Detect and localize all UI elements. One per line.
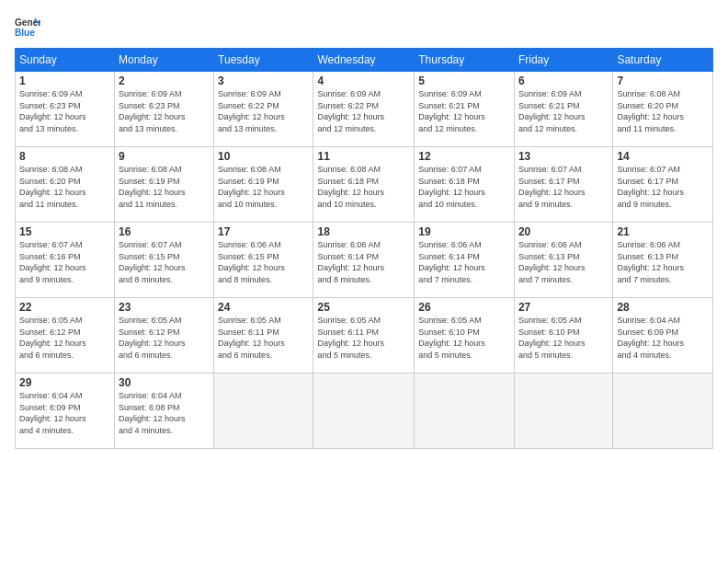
day-cell: 5Sunrise: 6:09 AM Sunset: 6:21 PM Daylig…	[415, 72, 515, 147]
day-info: Sunrise: 6:09 AM Sunset: 6:21 PM Dayligh…	[418, 88, 510, 134]
day-cell: 4Sunrise: 6:09 AM Sunset: 6:22 PM Daylig…	[313, 72, 415, 147]
day-info: Sunrise: 6:07 AM Sunset: 6:17 PM Dayligh…	[617, 164, 709, 210]
day-info: Sunrise: 6:09 AM Sunset: 6:22 PM Dayligh…	[218, 88, 309, 134]
day-cell: 3Sunrise: 6:09 AM Sunset: 6:22 PM Daylig…	[214, 72, 313, 147]
day-info: Sunrise: 6:08 AM Sunset: 6:20 PM Dayligh…	[19, 164, 110, 210]
day-number: 2	[119, 75, 210, 87]
day-number: 11	[317, 150, 410, 163]
day-cell: 6Sunrise: 6:09 AM Sunset: 6:21 PM Daylig…	[514, 72, 613, 147]
day-cell: 16Sunrise: 6:07 AM Sunset: 6:15 PM Dayli…	[114, 223, 213, 298]
day-cell: 23Sunrise: 6:05 AM Sunset: 6:12 PM Dayli…	[114, 298, 213, 373]
day-number: 19	[418, 225, 510, 238]
weekday-thursday: Thursday	[415, 49, 515, 72]
day-number: 7	[617, 75, 709, 87]
day-cell: 9Sunrise: 6:08 AM Sunset: 6:19 PM Daylig…	[114, 147, 213, 223]
day-cell: 29Sunrise: 6:04 AM Sunset: 6:09 PM Dayli…	[16, 373, 115, 449]
day-info: Sunrise: 6:05 AM Sunset: 6:10 PM Dayligh…	[418, 315, 510, 361]
day-number: 10	[218, 150, 309, 163]
weekday-friday: Friday	[514, 49, 613, 72]
day-info: Sunrise: 6:07 AM Sunset: 6:18 PM Dayligh…	[418, 164, 510, 210]
day-info: Sunrise: 6:07 AM Sunset: 6:15 PM Dayligh…	[119, 239, 210, 285]
calendar-page: General Blue SundayMondayTuesdayWednesda…	[0, 0, 728, 563]
day-info: Sunrise: 6:06 AM Sunset: 6:14 PM Dayligh…	[317, 239, 410, 285]
day-cell: 19Sunrise: 6:06 AM Sunset: 6:14 PM Dayli…	[415, 223, 515, 298]
day-number: 13	[518, 150, 609, 163]
day-info: Sunrise: 6:07 AM Sunset: 6:17 PM Dayligh…	[518, 164, 609, 210]
day-info: Sunrise: 6:05 AM Sunset: 6:10 PM Dayligh…	[518, 315, 609, 361]
day-number: 4	[317, 75, 410, 87]
day-cell: 20Sunrise: 6:06 AM Sunset: 6:13 PM Dayli…	[514, 223, 613, 298]
week-row-5: 29Sunrise: 6:04 AM Sunset: 6:09 PM Dayli…	[16, 373, 713, 449]
day-cell: 24Sunrise: 6:05 AM Sunset: 6:11 PM Dayli…	[214, 298, 313, 373]
weekday-header-row: SundayMondayTuesdayWednesdayThursdayFrid…	[16, 49, 713, 72]
day-number: 17	[218, 225, 309, 238]
week-row-4: 22Sunrise: 6:05 AM Sunset: 6:12 PM Dayli…	[16, 298, 713, 373]
day-number: 12	[418, 150, 510, 163]
day-number: 26	[418, 301, 510, 314]
day-cell: 8Sunrise: 6:08 AM Sunset: 6:20 PM Daylig…	[16, 147, 115, 223]
day-number: 30	[119, 376, 210, 389]
day-info: Sunrise: 6:08 AM Sunset: 6:19 PM Dayligh…	[218, 164, 309, 210]
day-number: 15	[19, 225, 110, 238]
day-cell	[514, 373, 613, 449]
day-cell: 11Sunrise: 6:08 AM Sunset: 6:18 PM Dayli…	[313, 147, 415, 223]
weekday-monday: Monday	[114, 49, 213, 72]
day-cell: 30Sunrise: 6:04 AM Sunset: 6:08 PM Dayli…	[114, 373, 213, 449]
day-info: Sunrise: 6:09 AM Sunset: 6:21 PM Dayligh…	[518, 88, 609, 134]
day-cell: 2Sunrise: 6:09 AM Sunset: 6:23 PM Daylig…	[114, 72, 213, 147]
day-number: 23	[119, 301, 210, 314]
day-cell: 18Sunrise: 6:06 AM Sunset: 6:14 PM Dayli…	[313, 223, 415, 298]
week-row-3: 15Sunrise: 6:07 AM Sunset: 6:16 PM Dayli…	[16, 223, 713, 298]
day-cell: 17Sunrise: 6:06 AM Sunset: 6:15 PM Dayli…	[214, 223, 313, 298]
day-info: Sunrise: 6:06 AM Sunset: 6:13 PM Dayligh…	[617, 239, 709, 285]
day-number: 28	[617, 301, 709, 314]
day-info: Sunrise: 6:05 AM Sunset: 6:12 PM Dayligh…	[19, 315, 110, 361]
logo-icon: General Blue	[15, 15, 40, 40]
day-info: Sunrise: 6:08 AM Sunset: 6:19 PM Dayligh…	[119, 164, 210, 210]
day-cell: 1Sunrise: 6:09 AM Sunset: 6:23 PM Daylig…	[16, 72, 115, 147]
day-info: Sunrise: 6:05 AM Sunset: 6:11 PM Dayligh…	[218, 315, 309, 361]
day-cell: 21Sunrise: 6:06 AM Sunset: 6:13 PM Dayli…	[613, 223, 713, 298]
day-number: 25	[317, 301, 410, 314]
day-number: 21	[617, 225, 709, 238]
day-info: Sunrise: 6:08 AM Sunset: 6:18 PM Dayligh…	[317, 164, 410, 210]
day-cell: 12Sunrise: 6:07 AM Sunset: 6:18 PM Dayli…	[415, 147, 515, 223]
day-info: Sunrise: 6:06 AM Sunset: 6:14 PM Dayligh…	[418, 239, 510, 285]
day-cell: 27Sunrise: 6:05 AM Sunset: 6:10 PM Dayli…	[514, 298, 613, 373]
day-number: 27	[518, 301, 609, 314]
day-info: Sunrise: 6:06 AM Sunset: 6:13 PM Dayligh…	[518, 239, 609, 285]
day-number: 24	[218, 301, 309, 314]
weekday-tuesday: Tuesday	[214, 49, 313, 72]
day-cell: 25Sunrise: 6:05 AM Sunset: 6:11 PM Dayli…	[313, 298, 415, 373]
weekday-sunday: Sunday	[16, 49, 115, 72]
day-cell: 13Sunrise: 6:07 AM Sunset: 6:17 PM Dayli…	[514, 147, 613, 223]
day-cell: 15Sunrise: 6:07 AM Sunset: 6:16 PM Dayli…	[16, 223, 115, 298]
day-number: 16	[119, 225, 210, 238]
svg-text:General: General	[15, 17, 40, 28]
weekday-saturday: Saturday	[613, 49, 713, 72]
day-info: Sunrise: 6:04 AM Sunset: 6:09 PM Dayligh…	[19, 390, 110, 436]
day-number: 20	[518, 225, 609, 238]
day-number: 1	[19, 75, 110, 87]
header: General Blue	[15, 15, 713, 40]
day-cell: 22Sunrise: 6:05 AM Sunset: 6:12 PM Dayli…	[16, 298, 115, 373]
day-number: 22	[19, 301, 110, 314]
svg-text:Blue: Blue	[15, 28, 35, 38]
day-number: 8	[19, 150, 110, 163]
day-info: Sunrise: 6:09 AM Sunset: 6:23 PM Dayligh…	[119, 88, 210, 134]
day-info: Sunrise: 6:05 AM Sunset: 6:11 PM Dayligh…	[317, 315, 410, 361]
week-row-2: 8Sunrise: 6:08 AM Sunset: 6:20 PM Daylig…	[16, 147, 713, 223]
day-info: Sunrise: 6:09 AM Sunset: 6:22 PM Dayligh…	[317, 88, 410, 134]
day-cell	[415, 373, 515, 449]
day-cell: 26Sunrise: 6:05 AM Sunset: 6:10 PM Dayli…	[415, 298, 515, 373]
day-cell: 14Sunrise: 6:07 AM Sunset: 6:17 PM Dayli…	[613, 147, 713, 223]
day-cell	[214, 373, 313, 449]
day-cell: 10Sunrise: 6:08 AM Sunset: 6:19 PM Dayli…	[214, 147, 313, 223]
day-info: Sunrise: 6:06 AM Sunset: 6:15 PM Dayligh…	[218, 239, 309, 285]
day-cell	[613, 373, 713, 449]
calendar-table: SundayMondayTuesdayWednesdayThursdayFrid…	[15, 48, 713, 449]
day-info: Sunrise: 6:07 AM Sunset: 6:16 PM Dayligh…	[19, 239, 110, 285]
day-cell: 7Sunrise: 6:08 AM Sunset: 6:20 PM Daylig…	[613, 72, 713, 147]
day-info: Sunrise: 6:05 AM Sunset: 6:12 PM Dayligh…	[119, 315, 210, 361]
day-info: Sunrise: 6:04 AM Sunset: 6:09 PM Dayligh…	[617, 315, 709, 361]
